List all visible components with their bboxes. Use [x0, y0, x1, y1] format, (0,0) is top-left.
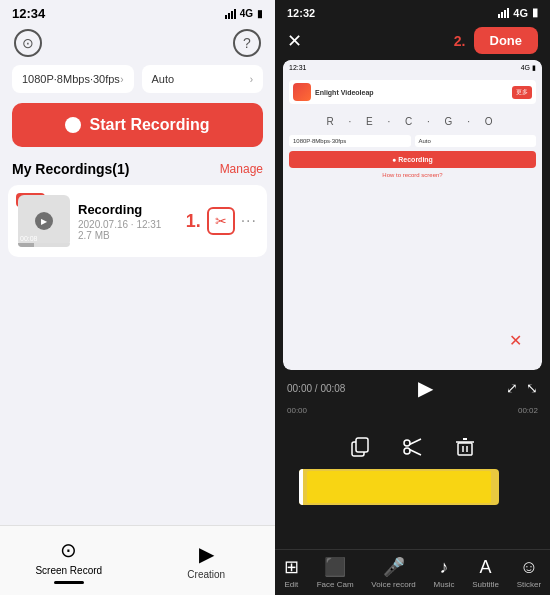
- status-bar-right: 12:32 4G ▮: [275, 0, 550, 23]
- signal-icon-right: [498, 8, 509, 18]
- circle-icon: ⊙: [22, 35, 34, 51]
- screen-record-tab-icon: ⊙: [60, 538, 77, 562]
- auto-label: Auto: [152, 73, 175, 85]
- recording-item: New ▶ 00:08 Recording 2020.07.16 · 12:31…: [8, 185, 267, 257]
- facecam-icon: ⬛: [324, 556, 346, 578]
- subtitle-label: Subtitle: [472, 580, 499, 589]
- copy-tool[interactable]: [345, 431, 377, 463]
- help-icon[interactable]: ?: [233, 29, 261, 57]
- right-panel: 12:32 4G ▮ ✕ 2. Done 12:31 4G ▮: [275, 0, 550, 595]
- screen-record-icon[interactable]: ⊙: [14, 29, 42, 57]
- recording-thumbnail[interactable]: ▶ 00:08: [18, 195, 70, 247]
- recording-actions: 1. ✂ ···: [186, 207, 257, 235]
- sticker-icon: ☺: [520, 557, 538, 578]
- duration-label: 00:08: [20, 235, 38, 242]
- more-button[interactable]: ···: [241, 212, 257, 230]
- preview-how-to-link: How to record screen?: [289, 172, 536, 178]
- ruler-mark-1: 00:02: [518, 406, 538, 415]
- right-top-bar: ✕ 2. Done: [275, 23, 550, 60]
- playback-icons: ⤢ ⤡: [506, 380, 538, 396]
- play-pause-button[interactable]: ▶: [418, 376, 433, 400]
- status-bar-left: 12:34 4G ▮: [0, 0, 275, 25]
- toolbar-edit[interactable]: ⊞ Edit: [284, 556, 299, 589]
- question-icon: ?: [243, 35, 251, 51]
- battery-right: ▮: [532, 6, 538, 19]
- recording-size: 2.7 MB: [78, 230, 178, 241]
- expand-icon[interactable]: ⤡: [526, 380, 538, 396]
- done-button[interactable]: Done: [474, 27, 539, 54]
- preview-opt2: Auto: [415, 135, 537, 147]
- record-button-label: Start Recording: [89, 116, 209, 134]
- status-indicators-right: 4G ▮: [498, 6, 538, 19]
- tab-creation[interactable]: ▶ Creation: [138, 526, 276, 595]
- step1-badge: 1.: [186, 211, 201, 232]
- close-button[interactable]: ✕: [287, 30, 302, 52]
- recording-info: Recording 2020.07.16 · 12:31 2.7 MB: [78, 202, 178, 241]
- manage-link[interactable]: Manage: [220, 162, 263, 176]
- start-recording-button[interactable]: Start Recording: [12, 103, 263, 147]
- svg-rect-6: [458, 443, 472, 455]
- preview-area: 12:31 4G ▮ Enlight Videoleap 更多 R · E · …: [283, 60, 542, 370]
- clip-track-container: +: [287, 469, 538, 511]
- preview-status-bar: 12:31 4G ▮: [283, 60, 542, 76]
- svg-point-3: [404, 448, 410, 454]
- auto-chevron: ›: [250, 74, 253, 85]
- scissors-icon: ✂: [215, 213, 227, 229]
- sticker-label: Sticker: [517, 580, 541, 589]
- fullscreen-icon[interactable]: ⤢: [506, 380, 518, 396]
- time-current: 00:00 / 00:08: [287, 383, 345, 394]
- svg-line-5: [409, 450, 421, 456]
- quality-chevron: ›: [120, 74, 123, 85]
- creation-tab-label: Creation: [187, 569, 225, 580]
- toolbar-sticker[interactable]: ☺ Sticker: [517, 557, 541, 589]
- preview-app-name: Enlight Videoleap: [315, 89, 374, 96]
- preview-screen: 12:31 4G ▮ Enlight Videoleap 更多 R · E · …: [283, 60, 542, 370]
- tab-screen-record[interactable]: ⊙ Screen Record: [0, 526, 138, 595]
- preview-app-bar: Enlight Videoleap 更多: [289, 80, 536, 104]
- play-button[interactable]: ▶: [35, 212, 53, 230]
- subtitle-icon: A: [480, 557, 492, 578]
- clip-thumbnail: [307, 471, 491, 503]
- preview-network: 4G ▮: [521, 64, 536, 72]
- bottom-toolbar-right: ⊞ Edit ⬛ Face Cam 🎤 Voice record ♪ Music…: [275, 549, 550, 595]
- quality-option[interactable]: 1080P·8Mbps·30fps ›: [12, 65, 134, 93]
- clip-track[interactable]: [299, 469, 499, 505]
- delete-tool[interactable]: [449, 431, 481, 463]
- scissors-tool[interactable]: [397, 431, 429, 463]
- preview-record-btn: ● Recording: [289, 151, 536, 168]
- timeline-ruler: 00:00 00:02: [287, 406, 538, 415]
- toolbar-voice-record[interactable]: 🎤 Voice record: [371, 556, 415, 589]
- creation-tab-icon: ▶: [199, 542, 214, 566]
- step2-badge: 2.: [454, 33, 466, 49]
- edit-tools: [275, 425, 550, 469]
- my-recordings-title: My Recordings(1): [12, 161, 129, 177]
- preview-time: 12:31: [289, 64, 307, 72]
- duration-bar: [18, 243, 70, 247]
- svg-point-2: [404, 440, 410, 446]
- toolbar-subtitle[interactable]: A Subtitle: [472, 557, 499, 589]
- recording-date: 2020.07.16 · 12:31: [78, 219, 178, 230]
- preview-red-x: ✕: [509, 331, 522, 350]
- toolbar-music[interactable]: ♪ Music: [434, 557, 455, 589]
- svg-rect-1: [356, 438, 368, 452]
- auto-option[interactable]: Auto ›: [142, 65, 264, 93]
- voice-record-icon: 🎤: [383, 556, 405, 578]
- scissors-button[interactable]: ✂: [207, 207, 235, 235]
- top-icons-left: ⊙ ?: [0, 25, 275, 65]
- edit-icon: ⊞: [284, 556, 299, 578]
- playback-bar: 00:00 / 00:08 ▶ ⤢ ⤡: [275, 370, 550, 406]
- ruler-mark-0: 00:00: [287, 406, 307, 415]
- toolbar-facecam[interactable]: ⬛ Face Cam: [317, 556, 354, 589]
- preview-app-icon: [293, 83, 311, 101]
- battery-left: ▮: [257, 8, 263, 19]
- time-left: 12:34: [12, 6, 45, 21]
- time-right: 12:32: [287, 7, 315, 19]
- music-label: Music: [434, 580, 455, 589]
- screen-record-tab-label: Screen Record: [35, 565, 102, 576]
- left-panel: 12:34 4G ▮ ⊙ ? 1080P·8Mbps·30fps › Auto: [0, 0, 275, 595]
- quality-label: 1080P·8Mbps·30fps: [22, 73, 120, 85]
- preview-app-container: Enlight Videoleap 更多 R · E · C · G · O 1…: [283, 76, 542, 182]
- settings-options: 1080P·8Mbps·30fps › Auto ›: [0, 65, 275, 103]
- svg-line-4: [409, 439, 421, 445]
- preview-options-row: 1080P·8Mbps·30fps Auto: [289, 135, 536, 147]
